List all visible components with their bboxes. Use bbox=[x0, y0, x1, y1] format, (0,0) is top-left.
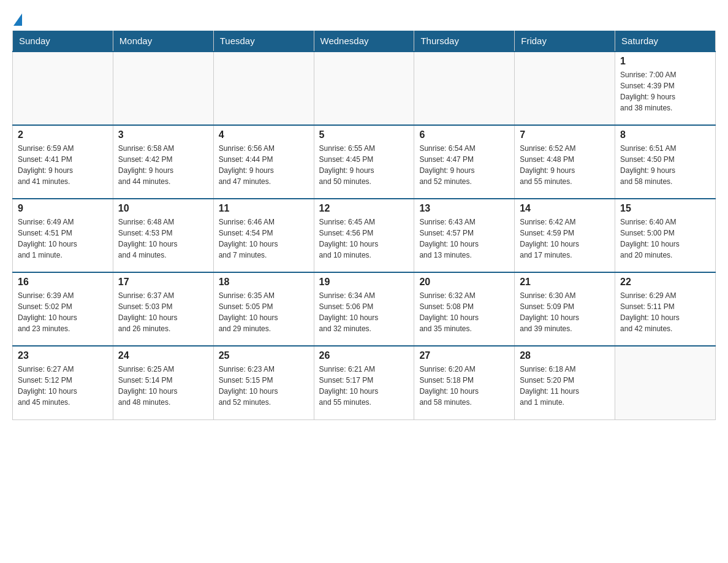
day-number: 1 bbox=[620, 56, 710, 67]
day-info: Sunrise: 6:58 AM Sunset: 4:42 PM Dayligh… bbox=[118, 143, 208, 187]
day-info: Sunrise: 6:30 AM Sunset: 5:09 PM Dayligh… bbox=[520, 290, 610, 334]
calendar-cell: 19Sunrise: 6:34 AM Sunset: 5:06 PM Dayli… bbox=[314, 272, 414, 346]
day-info: Sunrise: 6:45 AM Sunset: 4:56 PM Dayligh… bbox=[319, 216, 409, 261]
day-info: Sunrise: 6:32 AM Sunset: 5:08 PM Dayligh… bbox=[419, 290, 509, 334]
calendar-cell: 2Sunrise: 6:59 AM Sunset: 4:41 PM Daylig… bbox=[13, 125, 113, 199]
day-number: 10 bbox=[118, 203, 208, 214]
day-info: Sunrise: 6:20 AM Sunset: 5:18 PM Dayligh… bbox=[419, 364, 509, 408]
day-number: 22 bbox=[620, 277, 710, 288]
day-number: 23 bbox=[18, 350, 108, 361]
day-info: Sunrise: 6:49 AM Sunset: 4:51 PM Dayligh… bbox=[18, 216, 108, 261]
calendar-cell: 28Sunrise: 6:18 AM Sunset: 5:20 PM Dayli… bbox=[515, 346, 615, 419]
calendar-cell: 24Sunrise: 6:25 AM Sunset: 5:14 PM Dayli… bbox=[113, 346, 213, 419]
calendar-cell: 7Sunrise: 6:52 AM Sunset: 4:48 PM Daylig… bbox=[515, 125, 615, 199]
calendar-week-row: 9Sunrise: 6:49 AM Sunset: 4:51 PM Daylig… bbox=[13, 199, 716, 272]
day-number: 13 bbox=[419, 203, 509, 214]
day-number: 17 bbox=[118, 277, 208, 288]
calendar-cell bbox=[13, 52, 113, 125]
day-info: Sunrise: 6:51 AM Sunset: 4:50 PM Dayligh… bbox=[620, 143, 710, 187]
calendar-header-row: Sunday Monday Tuesday Wednesday Thursday… bbox=[13, 31, 716, 52]
day-number: 28 bbox=[520, 350, 610, 361]
day-info: Sunrise: 6:43 AM Sunset: 4:57 PM Dayligh… bbox=[419, 216, 509, 261]
calendar-cell: 16Sunrise: 6:39 AM Sunset: 5:02 PM Dayli… bbox=[13, 272, 113, 346]
day-number: 9 bbox=[18, 203, 108, 214]
calendar-cell: 15Sunrise: 6:40 AM Sunset: 5:00 PM Dayli… bbox=[615, 199, 716, 272]
day-number: 27 bbox=[419, 350, 509, 361]
day-info: Sunrise: 6:40 AM Sunset: 5:00 PM Dayligh… bbox=[620, 216, 710, 261]
calendar-cell: 5Sunrise: 6:55 AM Sunset: 4:45 PM Daylig… bbox=[314, 125, 414, 199]
calendar-cell: 9Sunrise: 6:49 AM Sunset: 4:51 PM Daylig… bbox=[13, 199, 113, 272]
calendar-cell: 14Sunrise: 6:42 AM Sunset: 4:59 PM Dayli… bbox=[515, 199, 615, 272]
day-number: 19 bbox=[319, 277, 409, 288]
day-number: 3 bbox=[118, 129, 208, 140]
day-number: 11 bbox=[219, 203, 309, 214]
calendar-cell bbox=[515, 52, 615, 125]
calendar-cell bbox=[213, 52, 314, 125]
calendar-cell: 6Sunrise: 6:54 AM Sunset: 4:47 PM Daylig… bbox=[414, 125, 515, 199]
calendar-cell: 20Sunrise: 6:32 AM Sunset: 5:08 PM Dayli… bbox=[414, 272, 515, 346]
header-wednesday: Wednesday bbox=[314, 31, 414, 52]
day-number: 2 bbox=[18, 129, 108, 140]
header-tuesday: Tuesday bbox=[213, 31, 314, 52]
day-number: 16 bbox=[18, 277, 108, 288]
day-info: Sunrise: 6:34 AM Sunset: 5:06 PM Dayligh… bbox=[319, 290, 409, 334]
day-info: Sunrise: 6:25 AM Sunset: 5:14 PM Dayligh… bbox=[118, 364, 208, 408]
calendar-cell: 4Sunrise: 6:56 AM Sunset: 4:44 PM Daylig… bbox=[213, 125, 314, 199]
day-number: 14 bbox=[520, 203, 610, 214]
calendar-cell: 13Sunrise: 6:43 AM Sunset: 4:57 PM Dayli… bbox=[414, 199, 515, 272]
day-number: 21 bbox=[520, 277, 610, 288]
calendar-cell: 8Sunrise: 6:51 AM Sunset: 4:50 PM Daylig… bbox=[615, 125, 716, 199]
calendar-cell: 17Sunrise: 6:37 AM Sunset: 5:03 PM Dayli… bbox=[113, 272, 213, 346]
day-info: Sunrise: 6:35 AM Sunset: 5:05 PM Dayligh… bbox=[219, 290, 309, 334]
day-number: 7 bbox=[520, 129, 610, 140]
day-number: 6 bbox=[419, 129, 509, 140]
calendar-header: Sunday Monday Tuesday Wednesday Thursday… bbox=[13, 31, 716, 52]
header-monday: Monday bbox=[113, 31, 213, 52]
calendar-cell: 23Sunrise: 6:27 AM Sunset: 5:12 PM Dayli… bbox=[13, 346, 113, 419]
calendar-cell: 22Sunrise: 6:29 AM Sunset: 5:11 PM Dayli… bbox=[615, 272, 716, 346]
day-info: Sunrise: 6:21 AM Sunset: 5:17 PM Dayligh… bbox=[319, 364, 409, 408]
day-info: Sunrise: 6:46 AM Sunset: 4:54 PM Dayligh… bbox=[219, 216, 309, 261]
header-friday: Friday bbox=[515, 31, 615, 52]
calendar-cell: 12Sunrise: 6:45 AM Sunset: 4:56 PM Dayli… bbox=[314, 199, 414, 272]
day-info: Sunrise: 6:18 AM Sunset: 5:20 PM Dayligh… bbox=[520, 364, 610, 408]
header-sunday: Sunday bbox=[13, 31, 113, 52]
day-info: Sunrise: 6:29 AM Sunset: 5:11 PM Dayligh… bbox=[620, 290, 710, 334]
logo bbox=[12, 12, 22, 25]
day-info: Sunrise: 6:56 AM Sunset: 4:44 PM Dayligh… bbox=[219, 143, 309, 187]
day-number: 12 bbox=[319, 203, 409, 214]
logo-triangle-icon bbox=[13, 13, 22, 26]
day-info: Sunrise: 6:48 AM Sunset: 4:53 PM Dayligh… bbox=[118, 216, 208, 261]
day-number: 18 bbox=[219, 277, 309, 288]
calendar-week-row: 1Sunrise: 7:00 AM Sunset: 4:39 PM Daylig… bbox=[13, 52, 716, 125]
day-info: Sunrise: 6:27 AM Sunset: 5:12 PM Dayligh… bbox=[18, 364, 108, 408]
calendar-cell: 10Sunrise: 6:48 AM Sunset: 4:53 PM Dayli… bbox=[113, 199, 213, 272]
calendar-cell: 18Sunrise: 6:35 AM Sunset: 5:05 PM Dayli… bbox=[213, 272, 314, 346]
day-info: Sunrise: 6:52 AM Sunset: 4:48 PM Dayligh… bbox=[520, 143, 610, 187]
day-info: Sunrise: 6:37 AM Sunset: 5:03 PM Dayligh… bbox=[118, 290, 208, 334]
calendar-cell: 25Sunrise: 6:23 AM Sunset: 5:15 PM Dayli… bbox=[213, 346, 314, 419]
calendar-cell: 3Sunrise: 6:58 AM Sunset: 4:42 PM Daylig… bbox=[113, 125, 213, 199]
calendar-cell: 11Sunrise: 6:46 AM Sunset: 4:54 PM Dayli… bbox=[213, 199, 314, 272]
calendar-body: 1Sunrise: 7:00 AM Sunset: 4:39 PM Daylig… bbox=[13, 52, 716, 419]
calendar-week-row: 2Sunrise: 6:59 AM Sunset: 4:41 PM Daylig… bbox=[13, 125, 716, 199]
header-saturday: Saturday bbox=[615, 31, 716, 52]
day-number: 25 bbox=[219, 350, 309, 361]
day-info: Sunrise: 7:00 AM Sunset: 4:39 PM Dayligh… bbox=[620, 69, 710, 113]
day-info: Sunrise: 6:23 AM Sunset: 5:15 PM Dayligh… bbox=[219, 364, 309, 408]
calendar-cell bbox=[414, 52, 515, 125]
day-number: 26 bbox=[319, 350, 409, 361]
header-thursday: Thursday bbox=[414, 31, 515, 52]
day-number: 5 bbox=[319, 129, 409, 140]
calendar-cell: 21Sunrise: 6:30 AM Sunset: 5:09 PM Dayli… bbox=[515, 272, 615, 346]
calendar-cell bbox=[113, 52, 213, 125]
day-info: Sunrise: 6:55 AM Sunset: 4:45 PM Dayligh… bbox=[319, 143, 409, 187]
day-number: 24 bbox=[118, 350, 208, 361]
day-info: Sunrise: 6:39 AM Sunset: 5:02 PM Dayligh… bbox=[18, 290, 108, 334]
calendar-cell bbox=[615, 346, 716, 419]
calendar-table: Sunday Monday Tuesday Wednesday Thursday… bbox=[12, 31, 716, 420]
day-info: Sunrise: 6:54 AM Sunset: 4:47 PM Dayligh… bbox=[419, 143, 509, 187]
calendar-cell: 26Sunrise: 6:21 AM Sunset: 5:17 PM Dayli… bbox=[314, 346, 414, 419]
calendar-week-row: 16Sunrise: 6:39 AM Sunset: 5:02 PM Dayli… bbox=[13, 272, 716, 346]
day-number: 8 bbox=[620, 129, 710, 140]
